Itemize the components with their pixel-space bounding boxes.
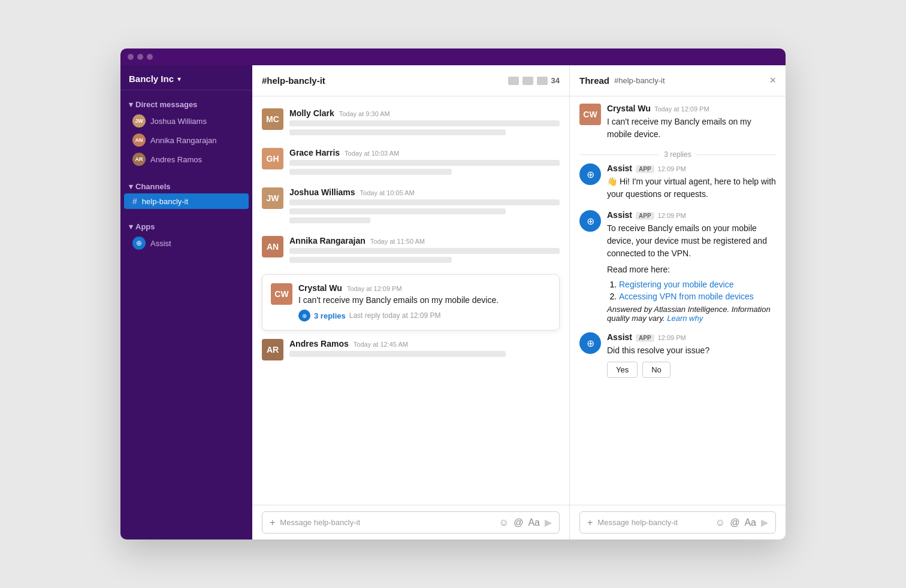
- workspace-header[interactable]: Bancly Inc ▾: [120, 65, 252, 90]
- member-count: 34: [551, 76, 560, 85]
- link-vpn[interactable]: Accessing VPN from mobile devices: [619, 292, 754, 301]
- title-bar-dot-2: [137, 54, 143, 60]
- sidebar-item-annika[interactable]: AN Annika Rangarajan: [124, 131, 249, 150]
- thread-msg-time-crystal: Today at 12:09 PM: [654, 105, 709, 113]
- thread-close-button[interactable]: ×: [769, 74, 776, 87]
- thread-input-box[interactable]: + Message help-bancly-it ☺ @ Aa ▶: [579, 511, 776, 534]
- no-button[interactable]: No: [642, 362, 671, 378]
- footnote-link[interactable]: Learn why: [667, 314, 703, 323]
- workspace-name: Bancly Inc: [129, 74, 174, 84]
- replies-time: Last reply today at 12:09 PM: [349, 311, 441, 320]
- message-author-grace: Grace Harris: [289, 148, 340, 157]
- msg-line-5: [289, 199, 560, 205]
- thread-input-placeholder[interactable]: Message help-bancly-it: [597, 518, 710, 527]
- emoji-icon[interactable]: ☺: [499, 517, 509, 528]
- msg-line-1: [289, 120, 560, 126]
- message-time-grace: Today at 10:03 AM: [345, 150, 399, 157]
- thread-plus-icon[interactable]: +: [587, 517, 593, 528]
- message-group-annika: AN Annika Rangarajan Today at 11:50 AM: [252, 231, 569, 271]
- assist-icon-2: ⊕: [579, 210, 601, 232]
- thread-panel: Thread #help-bancly-it × CW Crystal Wu T…: [570, 65, 786, 539]
- channels-header[interactable]: ▾ Channels: [120, 180, 252, 193]
- channel-input-placeholder[interactable]: Message help-bancly-it: [280, 518, 494, 527]
- plus-icon[interactable]: +: [270, 517, 275, 528]
- channel-header-icons: 34: [508, 76, 560, 85]
- yes-button[interactable]: Yes: [607, 362, 638, 378]
- thread-msg-header-assist-3: Assist APP 12:09 PM: [607, 332, 776, 342]
- channel-icon-1[interactable]: [508, 77, 519, 85]
- avatar-andres: AR: [132, 153, 146, 166]
- message-author-andres: Andres Ramos: [289, 339, 349, 348]
- message-header-joshua: Joshua Williams Today at 10:05 AM: [289, 187, 560, 197]
- list-item-2: Accessing VPN from mobile devices: [619, 292, 776, 301]
- thread-formatting-icon[interactable]: Aa: [744, 517, 756, 528]
- message-time-andres: Today at 12:45 AM: [354, 341, 408, 348]
- sidebar-item-help-bancly-it[interactable]: # help-bancly-it: [124, 193, 249, 209]
- thread-msg-author-crystal: Crystal Wu: [607, 104, 651, 113]
- hash-icon: #: [132, 196, 137, 206]
- msg-line-7: [289, 217, 370, 223]
- apps-header[interactable]: ▾ Apps: [120, 220, 252, 234]
- replies-row: ⊕ 3 replies Last reply today at 12:09 PM: [298, 310, 551, 322]
- avatar-andres-msg: AR: [262, 339, 283, 360]
- thread-mention-icon[interactable]: @: [730, 517, 739, 528]
- thread-title: Thread: [579, 75, 609, 86]
- message-group-molly: MC Molly Clark Today at 9:30 AM: [252, 104, 569, 143]
- channel-icon-3[interactable]: [537, 77, 548, 85]
- direct-messages-header[interactable]: ▾ Direct messages: [120, 98, 252, 111]
- avatar-crystal: CW: [271, 283, 292, 305]
- thread-input-area: + Message help-bancly-it ☺ @ Aa ▶: [570, 505, 786, 539]
- replies-divider: 3 replies: [579, 150, 776, 159]
- message-time-annika: Today at 11:50 AM: [370, 238, 425, 245]
- thread-channel-name: #help-bancly-it: [614, 76, 665, 85]
- dm-collapse-icon: ▾: [129, 100, 133, 109]
- apps-section: ▾ Apps ⊕ Assist: [120, 213, 252, 256]
- channel-icon-2[interactable]: [523, 77, 533, 85]
- highlighted-message-crystal[interactable]: CW Crystal Wu Today at 12:09 PM I can't …: [262, 274, 560, 331]
- thread-send-icon[interactable]: ▶: [761, 517, 768, 528]
- highlighted-content: Crystal Wu Today at 12:09 PM I can't rec…: [298, 283, 551, 322]
- message-group-grace: GH Grace Harris Today at 10:03 AM: [252, 143, 569, 183]
- message-content-grace: Grace Harris Today at 10:03 AM: [289, 148, 560, 178]
- thread-msg-text-assist-2: To receive Bancly emails on your mobile …: [607, 222, 776, 260]
- app-body: Bancly Inc ▾ ▾ Direct messages JW Joshua…: [120, 65, 786, 539]
- message-time-molly: Today at 9:30 AM: [339, 110, 390, 117]
- msg-line-9: [289, 257, 452, 263]
- channels-section: ▾ Channels # help-bancly-it: [120, 172, 252, 213]
- message-author-joshua: Joshua Williams: [289, 187, 355, 197]
- thread-msg-header-crystal: Crystal Wu Today at 12:09 PM: [607, 104, 776, 113]
- message-group-joshua: JW Joshua Williams Today at 10:05 AM: [252, 183, 569, 231]
- msg-line-4: [289, 169, 452, 175]
- thread-msg-author-assist-1: Assist: [607, 163, 632, 173]
- sidebar-item-andres[interactable]: AR Andres Ramos: [124, 150, 249, 169]
- message-header-molly: Molly Clark Today at 9:30 AM: [289, 108, 560, 118]
- avatar-annika-msg: AN: [262, 236, 283, 257]
- thread-emoji-icon[interactable]: ☺: [715, 517, 725, 528]
- highlighted-text: I can't receive my Bancly emails on my m…: [298, 295, 551, 305]
- title-bar-dot-1: [128, 54, 134, 60]
- formatting-icon[interactable]: Aa: [528, 517, 540, 528]
- app-badge-2: APP: [636, 212, 654, 220]
- send-icon[interactable]: ▶: [545, 517, 552, 528]
- replies-divider-label: 3 replies: [664, 150, 691, 159]
- link-register[interactable]: Registering your mobile device: [619, 280, 733, 289]
- message-content-andres: Andres Ramos Today at 12:45 AM: [289, 339, 560, 360]
- thread-msg-time-assist-3: 12:09 PM: [658, 334, 686, 341]
- highlighted-inner: CW Crystal Wu Today at 12:09 PM I can't …: [271, 283, 551, 322]
- assist-icon-1: ⊕: [579, 163, 601, 185]
- channel-input-box[interactable]: + Message help-bancly-it ☺ @ Aa ▶: [262, 511, 560, 534]
- channels-label: Channels: [135, 182, 171, 191]
- sidebar-item-joshua[interactable]: JW Joshua Williams: [124, 111, 249, 131]
- avatar-molly: MC: [262, 108, 283, 130]
- replies-icon: ⊕: [298, 310, 310, 322]
- thread-read-more: Read more here:: [607, 263, 776, 276]
- replies-link[interactable]: 3 replies: [314, 311, 346, 320]
- message-content-molly: Molly Clark Today at 9:30 AM: [289, 108, 560, 138]
- channel-name: #help-bancly-it: [262, 75, 503, 86]
- message-header-grace: Grace Harris Today at 10:03 AM: [289, 148, 560, 157]
- mention-icon[interactable]: @: [514, 517, 523, 528]
- thread-avatar-crystal: CW: [579, 104, 601, 125]
- title-bar: [120, 49, 786, 65]
- sidebar-item-assist[interactable]: ⊕ Assist: [124, 234, 249, 253]
- thread-msg-assist-3: ⊕ Assist APP 12:09 PM Did this resolve y…: [579, 332, 776, 378]
